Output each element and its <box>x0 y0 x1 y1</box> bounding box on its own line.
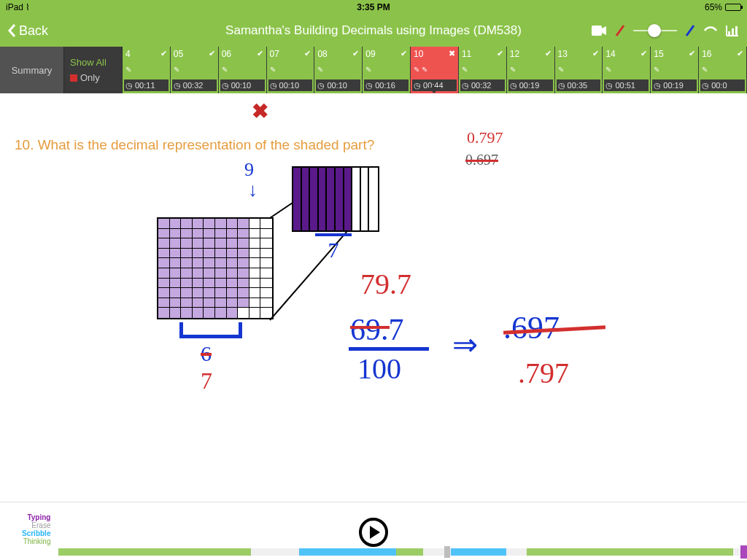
clock-icon: ◷ <box>125 81 133 90</box>
clock-icon: ◷ <box>510 81 517 90</box>
thumb-06[interactable]: 06✔✎◷ 00:10 <box>219 47 267 93</box>
hw-frac-top: 69.7 <box>350 312 404 347</box>
fraction-bar <box>349 347 429 351</box>
battery-pct: 65% <box>705 2 722 12</box>
show-all-toggle[interactable]: Show All <box>70 57 122 68</box>
bracket-icon <box>179 322 242 338</box>
x-icon: ✖ <box>449 49 455 58</box>
thumb-num: 12 <box>510 49 519 59</box>
play-button[interactable] <box>359 518 388 547</box>
pencil-icon: ✎ <box>317 66 323 74</box>
app-header: Back Samantha's Building Decimals using … <box>0 15 747 47</box>
thumb-num: 15 <box>654 49 663 59</box>
only-toggle[interactable]: Only <box>70 72 122 83</box>
timeline[interactable] <box>58 548 747 556</box>
pencil-icon: ✎ <box>174 66 179 74</box>
clock-icon: ◷ <box>654 81 661 90</box>
thumb-num: 10 <box>414 49 423 59</box>
hw-797-tenths: 79.7 <box>360 267 411 301</box>
check-icon: ✔ <box>209 49 215 58</box>
question-strip: Summary Show All Only 4✔✎◷ 00:1105✔✎◷ 00… <box>0 47 747 93</box>
thumb-11[interactable]: 11✔✎◷ 00:32 <box>459 47 507 93</box>
clock: 3:35 PM <box>357 2 390 12</box>
clock-icon: ◷ <box>222 81 229 90</box>
work-canvas[interactable]: ✖ 10. What is the decimal representation… <box>0 93 747 502</box>
pencil-icon: ✎ <box>654 66 659 74</box>
thumb-15[interactable]: 15✔✎◷ 00:19 <box>651 47 699 93</box>
thumb-time: ◷ 00:11 <box>124 79 169 91</box>
zoom-grid <box>292 166 379 232</box>
svg-rect-0 <box>592 26 602 36</box>
chevron-left-icon <box>7 23 16 38</box>
thumb-time: ◷ 00:10 <box>268 79 313 91</box>
pencil-icon: ✎ <box>702 66 708 74</box>
device-label: iPad <box>6 2 23 12</box>
check-icon: ✔ <box>592 49 599 58</box>
answer-correct: 0.797 <box>467 128 503 147</box>
thumb-05[interactable]: 05✔✎◷ 00:32 <box>171 47 219 93</box>
check-icon: ✔ <box>257 49 263 58</box>
thumb-time: ◷ 00:19 <box>652 79 697 91</box>
filter-panel: Show All Only <box>64 47 123 93</box>
thumb-12[interactable]: 12✔✎◷ 00:19 <box>507 47 555 93</box>
thumb-list: 4✔✎◷ 00:1105✔✎◷ 00:3206✔✎◷ 00:1007✔✎◷ 00… <box>123 47 747 93</box>
thumb-num: 11 <box>462 49 471 59</box>
stroke-slider[interactable] <box>633 30 677 31</box>
pencil-icon: ✎ <box>605 66 611 74</box>
clock-icon: ◷ <box>174 81 181 90</box>
red-pen-icon[interactable] <box>614 24 626 37</box>
pencil-icon: ✎ <box>558 66 564 74</box>
thumb-07[interactable]: 07✔✎◷ 00:10 <box>267 47 315 93</box>
hw-frac-bot: 100 <box>357 351 401 386</box>
thumb-time: ◷ 00:16 <box>364 79 409 91</box>
svg-rect-1 <box>728 31 730 36</box>
down-arrow-icon: ↓ <box>248 179 258 201</box>
thumb-time: ◷ 00:10 <box>316 79 360 91</box>
thumb-num: 16 <box>702 49 711 59</box>
thumb-14[interactable]: 14✔✎◷ 00:51 <box>603 47 651 93</box>
thumb-09[interactable]: 09✔✎◷ 00:16 <box>363 47 411 93</box>
legend: Typing Erase Scribble Thinking <box>22 513 50 545</box>
share-icon[interactable] <box>703 25 718 36</box>
wifi-icon: ⌇ <box>26 2 30 12</box>
pencil-icon: ✎ <box>462 66 468 74</box>
thumb-time: ◷ 00:51 <box>604 79 649 91</box>
pencil-icon: ✎ <box>222 66 228 74</box>
hundreds-grid <box>157 217 274 319</box>
stats-icon[interactable] <box>725 24 740 37</box>
clock-icon: ◷ <box>365 81 373 90</box>
blue-pen-icon[interactable] <box>684 24 696 37</box>
thumb-16[interactable]: 16✔✎◷ 00:0 <box>699 47 747 93</box>
pencil-icon: ✎ ✎ <box>414 66 427 74</box>
thumb-time: ◷ 00:32 <box>172 79 217 91</box>
check-icon: ✔ <box>304 49 311 58</box>
thumb-08[interactable]: 08✔✎◷ 00:10 <box>314 47 363 93</box>
clock-icon: ◷ <box>702 81 709 90</box>
clock-icon: ◷ <box>414 81 421 90</box>
thumb-4[interactable]: 4✔✎◷ 00:11 <box>123 47 171 93</box>
back-label: Back <box>19 23 48 39</box>
camera-icon[interactable] <box>591 25 607 36</box>
thumb-num: 14 <box>605 49 615 59</box>
record-dot-icon <box>70 74 77 82</box>
svg-rect-2 <box>732 28 734 36</box>
hw-top-digit: 9 <box>244 159 254 181</box>
thumb-10[interactable]: 10✖✎ ✎◷ 00:44 <box>411 47 459 93</box>
clock-icon: ◷ <box>558 81 565 90</box>
hw-result-right: .797 <box>518 356 569 390</box>
clock-icon: ◷ <box>317 81 325 90</box>
page-title: Samantha's Building Decimals using Image… <box>225 23 522 38</box>
thumb-time: ◷ 00:35 <box>557 79 601 91</box>
back-button[interactable]: Back <box>7 23 48 39</box>
thumb-num: 13 <box>558 49 568 59</box>
check-icon: ✔ <box>737 49 743 58</box>
thumb-13[interactable]: 13✔✎◷ 00:35 <box>555 47 603 93</box>
hw-replace-7: 7 <box>201 368 212 394</box>
pencil-icon: ✎ <box>365 66 371 74</box>
pencil-icon: ✎ <box>510 66 516 74</box>
battery-icon <box>725 4 741 11</box>
thumb-num: 06 <box>222 49 231 59</box>
pencil-icon: ✎ <box>125 66 131 74</box>
summary-button[interactable]: Summary <box>0 47 64 93</box>
check-icon: ✔ <box>352 49 359 58</box>
